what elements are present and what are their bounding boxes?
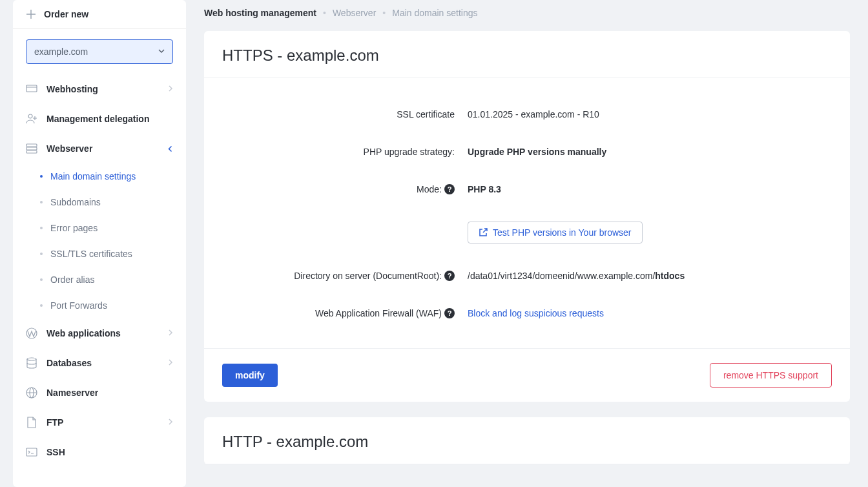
row-php-strategy: PHP upgrade strategy: Upgrade PHP versio… <box>222 147 832 157</box>
nav-item-label: Databases <box>46 358 159 368</box>
modify-button[interactable]: modify <box>222 364 278 387</box>
nav-item-ftp[interactable]: FTP <box>13 408 186 437</box>
nav-item-label: FTP <box>46 417 159 428</box>
chevron-down-icon <box>167 145 174 152</box>
row-mode: Mode: ? PHP 8.3 <box>222 184 832 194</box>
order-new-button[interactable]: Order new <box>13 0 186 29</box>
sub-item-ssl-tls-certificates[interactable]: SSL/TLS certificates <box>13 241 186 267</box>
row-value: /data01/virt1234/domeenid/www.example.co… <box>468 271 685 281</box>
breadcrumb-sep: • <box>382 8 386 18</box>
help-icon[interactable]: ? <box>444 184 455 194</box>
waf-link[interactable]: Block and log suspicious requests <box>468 308 604 318</box>
file-icon <box>26 417 37 428</box>
breadcrumb-root[interactable]: Web hosting management <box>204 8 316 18</box>
chevron-right-icon <box>168 329 173 337</box>
nav-item-webhosting[interactable]: Webhosting <box>13 74 186 104</box>
help-icon[interactable]: ? <box>444 271 455 281</box>
sub-item-port-forwards[interactable]: Port Forwards <box>13 293 186 318</box>
card-footer: modify remove HTTPS support <box>204 348 850 402</box>
sub-item-label: Main domain settings <box>50 171 136 181</box>
breadcrumb-mid[interactable]: Webserver <box>333 8 376 18</box>
svg-rect-9 <box>26 150 37 153</box>
row-label: Directory on server (DocumentRoot): ? <box>222 271 468 281</box>
terminal-icon <box>26 446 37 458</box>
row-label: Web Application Firewall (WAF) ? <box>222 308 468 318</box>
row-value: PHP 8.3 <box>468 184 501 194</box>
nav-item-databases[interactable]: Databases <box>13 348 186 378</box>
svg-point-4 <box>28 114 32 118</box>
row-test-php: Test PHP versions in Your browser <box>222 222 832 244</box>
svg-point-11 <box>27 358 36 360</box>
nav-item-ssh[interactable]: SSH <box>13 437 186 467</box>
nav-item-management-delegation[interactable]: Management delegation <box>13 104 186 134</box>
sub-item-label: Subdomains <box>50 197 101 207</box>
nav-item-web-applications[interactable]: Web applications <box>13 318 186 348</box>
nav-item-label: SSH <box>46 447 173 457</box>
breadcrumb: Web hosting management • Webserver • Mai… <box>204 0 850 31</box>
svg-rect-8 <box>26 147 37 150</box>
row-label: SSL certificate <box>222 109 468 119</box>
main-content: Web hosting management • Webserver • Mai… <box>186 0 868 487</box>
sub-item-label: Order alias <box>50 275 94 285</box>
svg-point-10 <box>26 328 37 338</box>
breadcrumb-sep: • <box>323 8 326 18</box>
card-title: HTTP - example.com <box>204 417 850 464</box>
nav-sublist-webserver: Main domain settings Subdomains Error pa… <box>13 163 186 318</box>
nav-item-webserver[interactable]: Webserver <box>13 134 186 163</box>
sub-item-order-alias[interactable]: Order alias <box>13 267 186 293</box>
card-title: HTTPS - example.com <box>204 31 850 78</box>
domain-select-value: example.com <box>34 47 88 57</box>
chevron-right-icon <box>168 359 173 367</box>
chevron-right-icon <box>168 85 173 93</box>
sub-item-main-domain-settings[interactable]: Main domain settings <box>13 163 186 189</box>
button-label: Test PHP versions in Your browser <box>493 227 632 238</box>
row-ssl: SSL certificate 01.01.2025 - example.com… <box>222 109 832 119</box>
bullet-icon <box>40 201 43 203</box>
sub-item-subdomains[interactable]: Subdomains <box>13 189 186 215</box>
svg-rect-15 <box>26 448 37 456</box>
row-docroot: Directory on server (DocumentRoot): ? /d… <box>222 271 832 281</box>
svg-rect-2 <box>26 85 37 92</box>
domain-select[interactable]: example.com <box>26 39 173 64</box>
row-value: 01.01.2025 - example.com - R10 <box>468 109 599 119</box>
dns-icon <box>26 387 37 399</box>
card-body: SSL certificate 01.01.2025 - example.com… <box>204 78 850 348</box>
server-icon <box>26 143 37 154</box>
row-waf: Web Application Firewall (WAF) ? Block a… <box>222 308 832 318</box>
https-card: HTTPS - example.com SSL certificate 01.0… <box>204 31 850 402</box>
nav-item-label: Nameserver <box>46 388 173 398</box>
sidebar: Order new example.com Webhosting <box>13 0 186 487</box>
chevron-down-icon <box>158 48 165 56</box>
order-new-label: Order new <box>44 9 88 19</box>
sub-item-label: Error pages <box>50 223 98 233</box>
sub-item-label: Port Forwards <box>50 300 107 311</box>
wordpress-icon <box>26 327 37 339</box>
chevron-right-icon <box>168 419 173 426</box>
webhosting-icon <box>26 83 37 95</box>
external-link-icon <box>479 228 488 237</box>
nav-item-label: Web applications <box>46 328 159 338</box>
http-card: HTTP - example.com <box>204 417 850 464</box>
bullet-icon <box>40 227 43 229</box>
nav-item-label: Webserver <box>46 143 158 154</box>
database-icon <box>26 357 37 369</box>
breadcrumb-leaf[interactable]: Main domain settings <box>392 8 477 18</box>
sub-item-label: SSL/TLS certificates <box>50 249 132 259</box>
nav-list: Webhosting Management delegation Webserv… <box>13 74 186 467</box>
row-label: Mode: ? <box>222 184 468 194</box>
bullet-icon <box>40 304 43 307</box>
row-value: Upgrade PHP versions manually <box>468 147 606 157</box>
nav-item-label: Management delegation <box>46 114 173 124</box>
svg-rect-7 <box>26 144 37 147</box>
bullet-icon <box>40 278 43 281</box>
row-label: PHP upgrade strategy: <box>222 147 468 157</box>
person-plus-icon <box>26 113 37 125</box>
remove-https-button[interactable]: remove HTTPS support <box>710 363 832 388</box>
help-icon[interactable]: ? <box>444 308 455 318</box>
bullet-icon <box>40 253 43 255</box>
test-php-button[interactable]: Test PHP versions in Your browser <box>468 222 643 244</box>
nav-item-label: Webhosting <box>46 84 159 94</box>
sub-item-error-pages[interactable]: Error pages <box>13 215 186 241</box>
nav-item-nameserver[interactable]: Nameserver <box>13 378 186 408</box>
plus-icon <box>26 9 36 19</box>
